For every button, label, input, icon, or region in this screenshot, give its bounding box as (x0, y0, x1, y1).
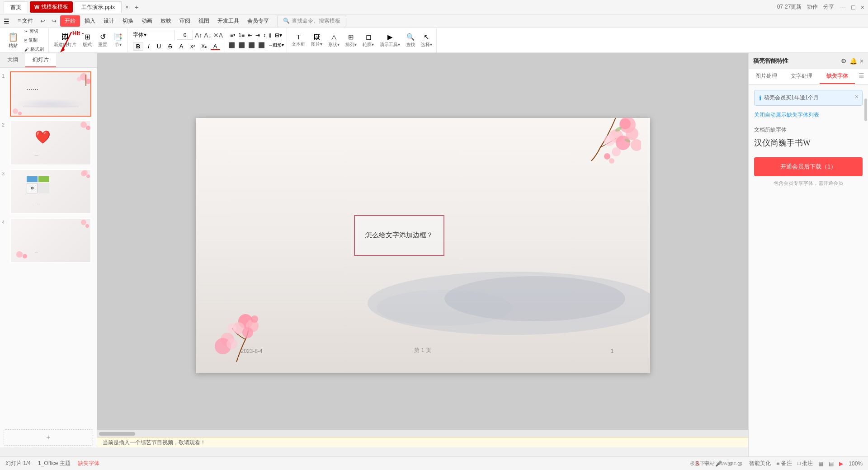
font-clear-button[interactable]: ✕A (213, 32, 223, 39)
text-align-justify-button[interactable]: ⊟▾ (274, 31, 283, 39)
panel-menu-icon[interactable]: ☰ (855, 69, 868, 84)
align-center-button[interactable]: ⬛ (237, 41, 246, 49)
menu-design[interactable]: 设计 (100, 15, 118, 27)
textbox-button[interactable]: T 文本框 (289, 30, 307, 51)
font-size-input[interactable]: 0 (177, 31, 193, 40)
menu-insert[interactable]: 插入 (81, 15, 99, 27)
right-panel-scroll-indicator[interactable] (864, 99, 867, 121)
superscript-button[interactable]: X² (188, 43, 197, 50)
menu-icon[interactable]: ☰ (4, 18, 9, 25)
column-button[interactable]: ⫿ (268, 31, 273, 39)
share-button[interactable]: 分享 (823, 3, 834, 11)
slide-thumb[interactable]: •••••• (10, 71, 91, 117)
svg-point-6 (13, 108, 18, 114)
underline-button[interactable]: U (154, 42, 164, 50)
settings-icon[interactable]: ⚙ (841, 57, 847, 65)
menu-member[interactable]: 会员专享 (244, 15, 273, 27)
align-top-button[interactable]: ⬛ (257, 41, 266, 49)
picture-button[interactable]: 🖼 图片▾ (309, 30, 325, 51)
present-tool-button[interactable]: ▶ 演示工具▾ (377, 30, 402, 51)
add-slide-button[interactable]: + (4, 429, 93, 446)
info-close-button[interactable]: × (855, 93, 859, 100)
section-button[interactable]: 📑 节▾ (111, 30, 125, 51)
strikethrough-button[interactable]: S (165, 42, 175, 50)
collab-button[interactable]: 协作 (807, 3, 818, 11)
select-button[interactable]: ↖ 选择▾ (419, 30, 434, 51)
paste-button[interactable]: 📋 粘贴 (5, 30, 21, 51)
tab-img-processing[interactable]: 图片处理 (749, 69, 784, 84)
menu-devtools[interactable]: 开发工具 (214, 15, 243, 27)
smart-enhance-button[interactable]: 智能美化 (749, 460, 771, 467)
copy-button[interactable]: ⎘复制 (22, 36, 47, 44)
comment-button[interactable]: □ 批注 (797, 460, 813, 467)
bullet-list-button[interactable]: ≡• (229, 31, 236, 39)
shadow-button[interactable]: A (177, 42, 186, 50)
menu-redo[interactable]: ↪ (49, 16, 59, 26)
font-decrease-button[interactable]: A↓ (204, 32, 211, 39)
menu-review[interactable]: 审阅 (176, 15, 194, 27)
minimize-button[interactable]: — (840, 4, 846, 11)
slide-thumb[interactable]: — (10, 218, 91, 263)
maximize-button[interactable]: □ (851, 4, 855, 11)
toolbar-group-paragraph: ≡• 1≡ ⇤ ⇥ ↕ ⫿ ⊟▾ ⬛ ⬛ ⬛ ⬛ →图形▾ (226, 28, 287, 52)
list-item[interactable]: 3 ⚙ — (2, 169, 95, 214)
toggle-link[interactable]: 关闭自动展示缺失字体列表 (754, 111, 863, 119)
italic-button[interactable]: I (145, 42, 152, 50)
menu-view[interactable]: 视图 (195, 15, 213, 27)
view-normal-button[interactable]: ▦ (818, 461, 823, 467)
font-name-select[interactable]: 字体▾ (130, 30, 175, 40)
close-button[interactable]: × (861, 4, 864, 11)
reset-button[interactable]: ↺ 重置 (95, 30, 110, 51)
new-tab-button[interactable]: + (132, 4, 141, 11)
tab-missing-font[interactable]: 缺失字体 (820, 69, 855, 84)
outline-button[interactable]: ◻ 轮廓▾ (360, 30, 376, 51)
menu-present[interactable]: 放映 (157, 15, 175, 27)
notes-button[interactable]: ≡ 备注 (776, 460, 792, 467)
menu-search[interactable]: 🔍 查找命令、搜索模板 (277, 15, 346, 27)
svg-point-26 (609, 158, 614, 164)
close-tab-button[interactable]: × (123, 4, 130, 10)
tab-outline[interactable]: 大纲 (0, 53, 25, 67)
menu-switch[interactable]: 切换 (119, 15, 137, 27)
line-spacing-button[interactable]: ↕ (262, 31, 267, 39)
text-box-bordered[interactable]: 怎么给文字添加边框？ (354, 215, 444, 256)
indent-decrease-button[interactable]: ⇤ (247, 31, 253, 39)
arrange-button[interactable]: ⊞ 排列▾ (343, 30, 359, 51)
menu-file[interactable]: ≡ 文件 (14, 15, 37, 27)
close-panel-icon[interactable]: × (860, 57, 863, 65)
home-tab[interactable]: 首页 (4, 1, 28, 13)
font-color-button[interactable]: A (211, 42, 220, 50)
slide-canvas[interactable]: 怎么给文字添加边框？ 2023-8-4 第 1 页 1 (196, 118, 650, 373)
right-panel-header: 稿壳智能特性 ⚙ 🔔 × (749, 53, 868, 69)
list-item[interactable]: 4 — (2, 218, 95, 263)
numbered-list-button[interactable]: 1≡ (237, 31, 245, 39)
missing-font-indicator[interactable]: 缺失字体 (78, 460, 99, 467)
view-slide-button[interactable]: ▤ (829, 461, 834, 467)
slide-thumb[interactable]: ⚙ — (10, 169, 91, 214)
wps-logo-tab[interactable]: W 找模板模板 (30, 1, 73, 13)
align-left-button[interactable]: ⬛ (227, 41, 236, 49)
slide-thumb[interactable]: ❤️ — (10, 120, 91, 165)
tab-text-processing[interactable]: 文字处理 (784, 69, 819, 84)
subscript-button[interactable]: X₂ (199, 43, 208, 50)
find-button[interactable]: 🔍 查找 (404, 30, 417, 51)
menu-undo[interactable]: ↩ (38, 16, 48, 26)
download-member-button[interactable]: 开通会员后下载（1） (754, 157, 863, 176)
horizontal-scrollbar[interactable] (97, 429, 748, 437)
convert-shape-button[interactable]: →图形▾ (267, 41, 285, 49)
format-brush-button[interactable]: 🖌格式刷 (22, 45, 47, 53)
present-button[interactable]: ▶ (839, 461, 843, 467)
align-right-button[interactable]: ⬛ (247, 41, 256, 49)
bold-button[interactable]: B (133, 42, 143, 51)
font-increase-button[interactable]: A↑ (195, 32, 202, 39)
list-item[interactable]: 1 •••••• (2, 71, 95, 117)
menu-start[interactable]: 开始 (60, 15, 80, 27)
menu-animate[interactable]: 动画 (138, 15, 156, 27)
file-tab[interactable]: 工作演示.pptx (75, 1, 122, 13)
bell-icon[interactable]: 🔔 (849, 57, 857, 65)
tab-slides[interactable]: 幻灯片 (25, 53, 56, 67)
shape-button[interactable]: △ 形状▾ (326, 30, 342, 51)
indent-increase-button[interactable]: ⇥ (255, 31, 261, 39)
cut-button[interactable]: ✂剪切 (22, 28, 47, 35)
list-item[interactable]: 2 ❤️ — (2, 120, 95, 165)
